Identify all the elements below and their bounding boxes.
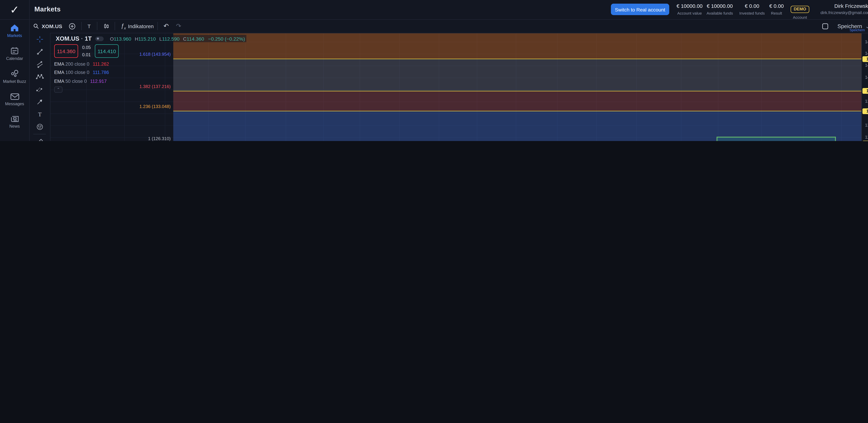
svg-text:1.236 (133.048): 1.236 (133.048) xyxy=(140,104,170,109)
price-badge-137.216: 137.216 xyxy=(863,88,868,94)
page-title: Markets xyxy=(34,5,61,13)
price-tick: 142.500 xyxy=(865,63,868,68)
layout-square-icon xyxy=(822,23,829,30)
plus-circle-icon xyxy=(69,23,75,30)
sell-button[interactable]: 114.360 xyxy=(54,44,78,58)
price-tick: 145.000 xyxy=(865,51,868,56)
chart-type-button[interactable] xyxy=(103,19,110,33)
price-badge-126.310: 126.310 xyxy=(863,141,868,141)
symbol-search-button[interactable]: XOM.US xyxy=(33,19,62,33)
text-icon: T xyxy=(36,110,43,118)
interval-button[interactable]: T xyxy=(88,19,91,33)
sidebar-item-markets[interactable]: Markets xyxy=(0,19,29,42)
top-bar: ✓ Markets Switch to Real account € 10000… xyxy=(0,0,868,20)
drawing-toolbar: T xyxy=(29,33,51,141)
undo-button[interactable]: ↶ xyxy=(163,19,169,33)
tool-text[interactable]: T xyxy=(29,108,50,120)
sidebar-item-market-buzz[interactable]: Market Buzz xyxy=(0,65,29,88)
price-tick: 147.500 xyxy=(865,39,868,44)
calendar-icon xyxy=(10,47,19,55)
chart-toolbar: XOM.US T ƒx Indikatoren ↶ ↷ Speichern ⌄ xyxy=(29,19,868,33)
account-value: € 10000.00Account value xyxy=(675,3,704,16)
trend-line-icon xyxy=(36,48,43,56)
result: € 0.00Result xyxy=(766,3,787,16)
symbol-visibility-toggle[interactable] xyxy=(95,36,104,41)
redo-button[interactable]: ↷ xyxy=(176,19,181,33)
candlestick-icon xyxy=(103,23,110,30)
price-badge-133.048: 133.048 xyxy=(863,108,868,114)
spread: 0.05 0.01 xyxy=(79,44,94,58)
demo-account-badge: DEMOAccount xyxy=(788,3,811,20)
legend-collapse-button[interactable]: ⌃ xyxy=(54,86,62,93)
ruler-icon xyxy=(36,138,43,141)
tool-xabcd-pattern[interactable] xyxy=(29,70,50,83)
compare-add-button[interactable] xyxy=(69,19,75,33)
xabcd-pattern-icon xyxy=(36,73,43,81)
envelope-icon xyxy=(10,93,19,100)
svg-text:T: T xyxy=(38,111,41,117)
available-funds: € 10000.00Available funds xyxy=(704,3,735,16)
price-tick: 127.500 xyxy=(865,135,868,140)
tool-parallel-lines[interactable] xyxy=(29,58,50,70)
tool-arrow-marker[interactable] xyxy=(29,95,50,108)
app-logo-check-icon[interactable]: ✓ xyxy=(0,0,30,19)
tool-projection[interactable] xyxy=(29,83,50,95)
left-sidebar: Markets Calendar Market Buzz Messages Ne… xyxy=(0,19,30,141)
bubbles-icon xyxy=(10,70,19,78)
ohlc-values: O113.960 H115.210 L112.590 C114.360 −0.2… xyxy=(110,36,245,41)
tool-emoji[interactable] xyxy=(29,120,50,133)
trading-app: ✓ Markets Switch to Real account € 10000… xyxy=(0,0,868,141)
sidebar-item-messages[interactable]: Messages xyxy=(0,88,29,111)
parallel-lines-icon xyxy=(36,60,43,68)
price-tick: 130.000 xyxy=(865,123,868,128)
user-info: Dirk Friczewsky dirk.friczewsky@gmail.co… xyxy=(820,3,868,15)
price-axis[interactable]: 147.500145.000142.500140.000135.000130.0… xyxy=(861,33,868,141)
layout-button[interactable] xyxy=(822,19,829,33)
home-icon xyxy=(10,24,19,32)
price-tick: 135.000 xyxy=(865,99,868,104)
invested-funds: € 0.00Invested funds xyxy=(738,3,767,16)
price-tick: 140.000 xyxy=(865,75,868,80)
search-icon xyxy=(33,23,39,29)
newspaper-icon xyxy=(10,115,19,122)
indicators-button[interactable]: ƒx Indikatoren xyxy=(121,19,154,33)
projection-icon xyxy=(36,85,43,93)
switch-to-real-account-button[interactable]: Switch to Real account xyxy=(611,4,669,15)
save-sub-label: Speichern xyxy=(842,28,868,32)
crosshair-icon xyxy=(36,35,43,43)
chart-legend: XOM.US · 1T O113.960 H115.210 L112.590 C… xyxy=(54,35,247,93)
arrow-marker-icon xyxy=(36,98,43,105)
tool-ruler[interactable] xyxy=(29,135,50,141)
legend-symbol[interactable]: XOM.US · 1T xyxy=(56,35,92,42)
sidebar-item-calendar[interactable]: Calendar xyxy=(0,42,29,65)
tool-crosshair[interactable] xyxy=(29,33,50,45)
svg-text:1 (126.310): 1 (126.310) xyxy=(148,136,170,141)
buy-button[interactable]: 114.410 xyxy=(95,44,119,58)
sidebar-item-news[interactable]: News xyxy=(0,110,29,133)
ema-200-row[interactable]: EMA 200 close 0 111.262 xyxy=(54,61,247,66)
price-badge-143.954: 143.954 xyxy=(863,56,868,62)
chart-area[interactable]: 1.618 (143.954)1.382 (137.216)1.236 (133… xyxy=(50,33,868,141)
ema-50-row[interactable]: EMA 50 close 0 112.917 xyxy=(54,79,247,84)
emoji-icon xyxy=(36,123,43,130)
ema-100-row[interactable]: EMA 100 close 0 111.786 xyxy=(54,70,247,75)
tool-trend-line[interactable] xyxy=(29,45,50,58)
